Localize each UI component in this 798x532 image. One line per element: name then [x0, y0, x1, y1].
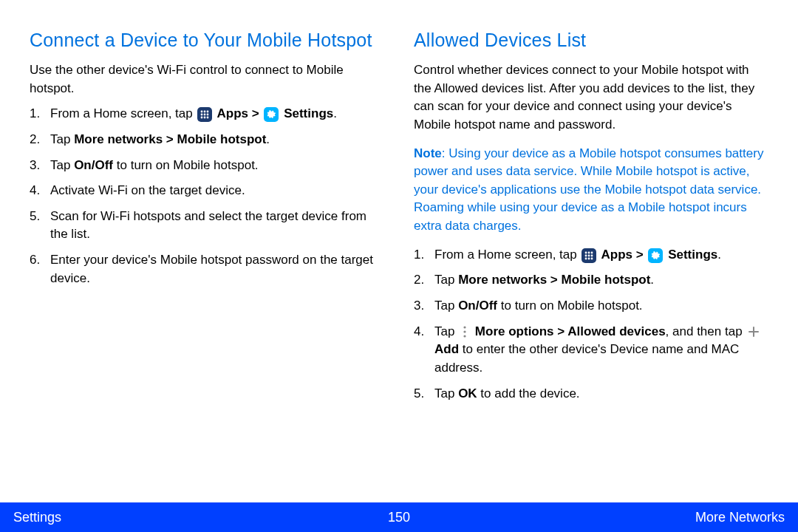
- svg-point-1: [204, 111, 206, 113]
- svg-point-7: [204, 117, 206, 119]
- footer-page-number: 150: [0, 510, 798, 525]
- heading-allowed: Allowed Devices List: [414, 30, 768, 51]
- svg-point-14: [591, 254, 593, 256]
- svg-point-19: [464, 330, 466, 332]
- step-item: Tap OK to add the device.: [414, 385, 768, 403]
- text: Tap: [434, 273, 458, 287]
- step-item: From a Home screen, tap Apps > Settings.: [414, 246, 768, 265]
- note-label: Note: [414, 146, 442, 160]
- svg-point-12: [585, 254, 587, 256]
- text: .: [333, 106, 337, 120]
- text: Tap: [434, 299, 458, 313]
- svg-point-13: [588, 254, 590, 256]
- svg-point-15: [585, 257, 587, 259]
- svg-point-16: [588, 257, 590, 259]
- step-item: From a Home screen, tap Apps > Settings.: [30, 105, 384, 123]
- page-content: Connect a Device to Your Mobile Hotspot …: [0, 0, 798, 502]
- step-item: Tap More networks > Mobile hotspot.: [414, 271, 768, 290]
- svg-point-6: [201, 117, 203, 119]
- apps-label: Apps >: [598, 248, 647, 262]
- intro-text: Control whether devices connect to your …: [414, 61, 768, 134]
- apps-label: Apps >: [214, 106, 262, 120]
- note-body: : Using your device as a Mobile hotspot …: [414, 146, 763, 233]
- step-item: Scan for Wi-Fi hotspots and select the t…: [30, 208, 384, 244]
- bold-text: More networks > Mobile hotspot: [458, 273, 650, 287]
- text: .: [717, 248, 721, 262]
- more-options-icon: [460, 324, 470, 339]
- text: Tap: [434, 386, 458, 400]
- step-item: Activate Wi-Fi on the target device.: [30, 182, 384, 200]
- bold-text: On/Off: [458, 299, 497, 313]
- svg-point-8: [207, 117, 209, 119]
- page-footer: Settings 150 More Networks: [0, 502, 798, 532]
- svg-point-17: [591, 257, 593, 259]
- step-item: Tap More options > Allowed devices, and …: [414, 323, 768, 378]
- text: to enter the other device's Device name …: [434, 342, 739, 375]
- heading-connect: Connect a Device to Your Mobile Hotspot: [30, 30, 384, 51]
- bold-text: OK: [458, 386, 477, 400]
- text: From a Home screen, tap: [50, 106, 196, 120]
- steps-list-left: From a Home screen, tap Apps > Settings.…: [30, 105, 384, 287]
- step-item: Tap On/Off to turn on Mobile hotspot.: [30, 157, 384, 175]
- settings-label: Settings: [664, 248, 717, 262]
- svg-point-11: [591, 251, 593, 253]
- apps-icon: [197, 107, 212, 122]
- text: Tap: [434, 324, 458, 338]
- step-item: Enter your device's Mobile hotspot passw…: [30, 251, 384, 287]
- note-text: Note: Using your device as a Mobile hots…: [414, 145, 768, 236]
- svg-point-9: [585, 251, 587, 253]
- bold-text: More options > Allowed devices: [471, 324, 665, 338]
- text: Tap: [50, 158, 74, 172]
- step-item: Tap More networks > Mobile hotspot.: [30, 131, 384, 149]
- svg-point-5: [207, 114, 209, 116]
- step-item: Tap On/Off to turn on Mobile hotspot.: [414, 297, 768, 316]
- steps-list-right: From a Home screen, tap Apps > Settings.…: [414, 246, 768, 403]
- svg-point-10: [588, 251, 590, 253]
- bold-text: More networks > Mobile hotspot: [74, 132, 266, 146]
- right-column: Allowed Devices List Control whether dev…: [414, 30, 768, 502]
- svg-point-0: [201, 111, 203, 113]
- text: , and then tap: [666, 324, 746, 338]
- text: From a Home screen, tap: [434, 248, 580, 262]
- left-column: Connect a Device to Your Mobile Hotspot …: [30, 30, 384, 502]
- svg-point-18: [464, 326, 466, 328]
- svg-point-20: [464, 335, 466, 337]
- text: .: [266, 132, 270, 146]
- text: to add the device.: [477, 386, 580, 400]
- text: to turn on Mobile hotspot.: [497, 299, 643, 313]
- settings-icon: [648, 248, 663, 263]
- settings-label: Settings: [280, 106, 333, 120]
- text: to turn on Mobile hotspot.: [113, 158, 259, 172]
- bold-text: Add: [434, 342, 459, 356]
- settings-icon: [264, 107, 279, 122]
- intro-text: Use the other device's Wi-Fi control to …: [30, 61, 384, 98]
- text: Tap: [50, 132, 74, 146]
- text: .: [650, 273, 654, 287]
- apps-icon: [582, 248, 596, 263]
- svg-point-2: [207, 111, 209, 113]
- svg-point-3: [201, 114, 203, 116]
- bold-text: On/Off: [74, 158, 113, 172]
- add-icon: [747, 325, 760, 338]
- svg-point-4: [204, 114, 206, 116]
